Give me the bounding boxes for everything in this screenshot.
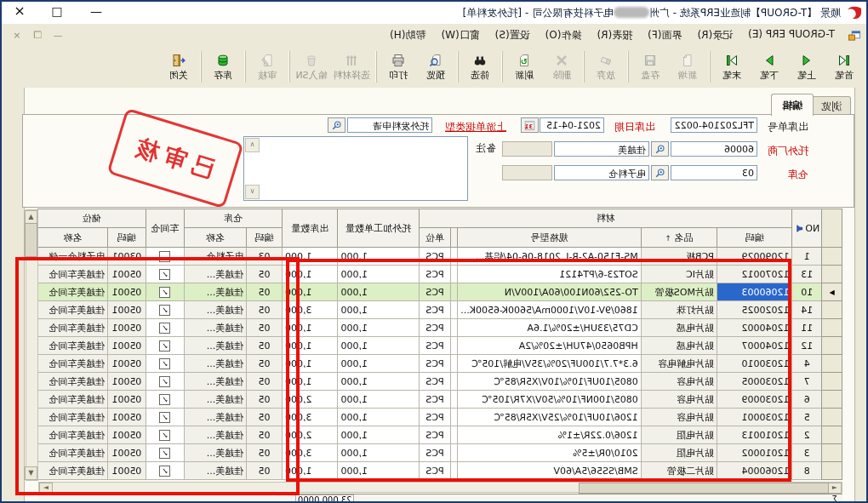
cell-unit[interactable]: PCS	[419, 444, 451, 462]
scroll-down-arrow[interactable]: ∨	[245, 185, 260, 199]
cell-order-qty[interactable]: 1,000	[338, 355, 419, 373]
tab-edit[interactable]: 编辑	[771, 94, 814, 116]
warehouse-code-field[interactable]: 03	[671, 165, 757, 180]
col-header-material-name[interactable]: 品名 ↑	[641, 228, 717, 248]
cell-spec[interactable]: MS-F150-A2-R-L 2018-06-04/铝基...	[458, 248, 641, 266]
cell-out-qty[interactable]: 1,000	[282, 355, 337, 373]
cell-warehouse-code[interactable]: 05	[247, 409, 283, 426]
workshop-checkbox[interactable]: ✓	[159, 269, 170, 280]
workshop-checkbox[interactable]: ✓	[159, 466, 170, 477]
cell-material-name[interactable]: 贴片电容	[641, 391, 717, 409]
calendar-button[interactable]	[521, 117, 539, 133]
cell-material-code[interactable]: 12030009	[717, 391, 791, 409]
workshop-checkbox[interactable]: ✓	[159, 430, 170, 441]
cell-out-qty[interactable]: 1,000	[282, 248, 337, 266]
cell-material-name[interactable]: 贴片电感	[641, 337, 717, 355]
out-date-field[interactable]: 2021-04-15	[540, 117, 604, 133]
col-header-location-code[interactable]: 编码	[108, 228, 146, 248]
cell-material-name[interactable]: 贴片电阻	[641, 426, 717, 444]
cell-warehouse-name[interactable]: 佳越美...	[184, 355, 246, 373]
grid-horizontal-scrollbar[interactable]: ◄ ►	[38, 482, 842, 493]
cell-material-name[interactable]: 贴片电感	[641, 319, 717, 337]
cell-out-qty[interactable]: 3,000	[282, 409, 337, 426]
cell-location-name[interactable]: 电子料仓一储	[38, 248, 108, 266]
cell-location-code[interactable]: 05001	[108, 462, 146, 480]
workshop-checkbox[interactable]: ✓	[159, 358, 170, 369]
cell-unit[interactable]: PCS	[419, 283, 451, 301]
cell-warehouse-name[interactable]: 佳越美...	[184, 462, 246, 480]
cell-warehouse-code[interactable]: 05	[247, 283, 283, 301]
cell-warehouse-name[interactable]: 佳越美...	[184, 283, 246, 301]
toolbar-print-button[interactable]: 打印	[380, 48, 417, 86]
cell-location-code[interactable]: 05001	[108, 301, 146, 319]
workshop-checkbox[interactable]: ✓	[159, 305, 170, 316]
cell-warehouse-name[interactable]: 电子料仓	[184, 248, 246, 266]
cell-out-qty[interactable]: 1,000	[282, 266, 337, 283]
cell-location-name[interactable]: 佳越美车间仓	[38, 319, 108, 337]
cell-warehouse-name[interactable]: 佳越美...	[184, 373, 246, 391]
toolbar-close-button[interactable]: 关闭	[160, 48, 197, 86]
cell-out-qty[interactable]: 2,000	[282, 426, 337, 444]
menu-record[interactable]: 记录(R)	[689, 25, 740, 46]
workshop-checkbox[interactable]: ✓	[159, 323, 170, 334]
cell-warehouse-name[interactable]: 佳越美...	[184, 391, 246, 409]
cell-unit[interactable]: PCS	[419, 301, 451, 319]
cell-spec[interactable]: CD75/33UH/±20%/1.6A	[458, 319, 641, 337]
upstream-type-field[interactable]: 托外发料申请	[347, 117, 432, 133]
cell-location-name[interactable]: 佳越美车间仓	[38, 444, 108, 462]
scroll-right-arrow[interactable]: ►	[39, 483, 53, 494]
cell-order-qty[interactable]: 1,000	[338, 266, 419, 283]
cell-spec[interactable]: 0805/100NF/10%/50V/X7R/105℃	[458, 391, 641, 409]
toolbar-last-record-button[interactable]: 末笔	[713, 48, 751, 86]
cell-material-code[interactable]: 12040002	[717, 319, 791, 337]
col-header-location-name[interactable]: 名称	[38, 228, 108, 248]
cell-out-qty[interactable]: 1,000	[282, 337, 337, 355]
col-header-spec[interactable]: 规格型号	[458, 228, 641, 248]
grid-vertical-scrollbar[interactable]: ▲ ▼	[26, 209, 38, 481]
upstream-lookup-button[interactable]	[328, 117, 345, 133]
scroll-up-arrow[interactable]: ▲	[25, 210, 37, 224]
cell-order-qty[interactable]: 1,000	[338, 319, 419, 337]
doc-no-field[interactable]: TFL202104-0022	[671, 117, 757, 133]
vendor-name-field[interactable]: 佳越美	[554, 141, 649, 157]
cell-unit[interactable]: PCS	[419, 391, 451, 409]
cell-unit[interactable]: PCS	[419, 319, 451, 337]
cell-order-qty[interactable]: 1,000	[338, 462, 419, 480]
menu-operate[interactable]: 操作(O)	[538, 25, 590, 46]
cell-no[interactable]: 5	[792, 409, 822, 426]
toolbar-filter-button[interactable]: 筛选	[461, 48, 499, 86]
minimize-button[interactable]: —	[85, 3, 107, 20]
remark-textarea[interactable]: ∧ ∨	[243, 136, 468, 201]
tab-browse[interactable]: 浏览	[812, 96, 851, 116]
cell-material-name[interactable]: PCB板	[641, 248, 717, 266]
cell-no[interactable]: 2	[792, 426, 822, 444]
cell-warehouse-code[interactable]: 03	[247, 248, 283, 266]
toolbar-refresh-button[interactable]: 刷新	[505, 48, 543, 86]
cell-location-code[interactable]: 05001	[108, 266, 146, 283]
cell-location-code[interactable]: 03001	[108, 248, 146, 266]
workshop-checkbox[interactable]: ✓	[159, 394, 170, 405]
cell-out-qty[interactable]: 3,000	[282, 444, 337, 462]
window-titlebar[interactable]: 顺景 【T-GROUP】制造业ERP系统 - 广州电子科技有限公司 - [托外发…	[2, 2, 866, 24]
cell-warehouse-code[interactable]: 05	[247, 426, 283, 444]
mdi-close-button[interactable]: ×	[10, 30, 24, 41]
col-header-out-qty[interactable]: 出库数量	[282, 209, 337, 248]
cell-unit[interactable]: PCS	[419, 248, 451, 266]
cell-warehouse-code[interactable]: 05	[247, 337, 283, 355]
cell-location-code[interactable]: 05001	[108, 373, 146, 391]
menu-help[interactable]: 帮助(H)	[382, 25, 433, 46]
cell-material-name[interactable]: 贴片二极管	[641, 462, 717, 480]
cell-material-code[interactable]: 12060004	[717, 462, 791, 480]
cell-spec[interactable]: 1206/10UF/10%/25V/X5R/85℃	[458, 409, 641, 426]
cell-unit[interactable]: PCS	[419, 355, 451, 373]
cell-warehouse-code[interactable]: 05	[247, 373, 283, 391]
cell-unit[interactable]: PCS	[419, 337, 451, 355]
cell-warehouse-name[interactable]: 佳越美...	[184, 409, 246, 426]
toolbar-next-record-button[interactable]: 下笔	[751, 48, 788, 86]
cell-order-qty[interactable]: 1,000	[338, 409, 419, 426]
cell-out-qty[interactable]: 1,000	[282, 373, 337, 391]
cell-order-qty[interactable]: 1,000	[338, 391, 419, 409]
cell-location-name[interactable]: 佳越美车间仓	[38, 426, 108, 444]
cell-warehouse-code[interactable]: 05	[247, 355, 283, 373]
cell-material-code[interactable]: 12010002	[717, 444, 791, 462]
